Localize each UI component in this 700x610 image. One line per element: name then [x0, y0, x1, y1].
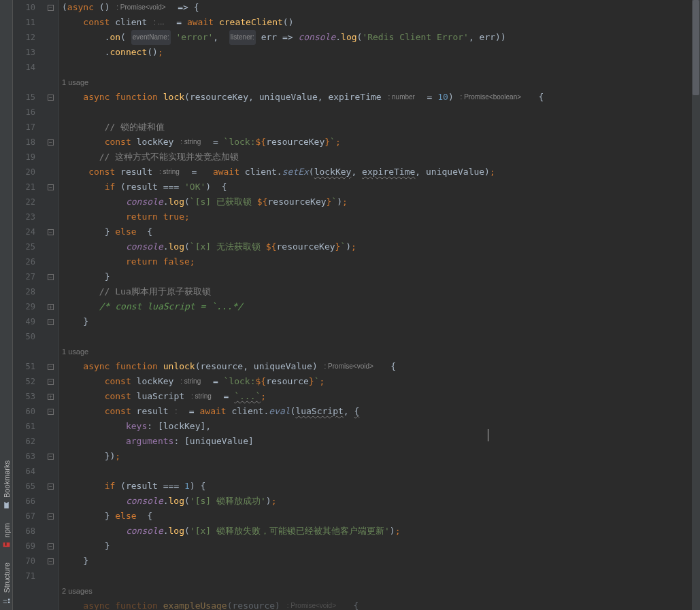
line-number[interactable]: 51	[13, 359, 35, 374]
fold-collapse-icon[interactable]	[48, 139, 54, 146]
line-number[interactable]: 13	[13, 45, 35, 60]
fold-collapse-icon[interactable]	[48, 364, 54, 370]
code-line[interactable]: async function unlock(resource, uniqueVa…	[59, 359, 692, 374]
code-line[interactable]	[59, 60, 692, 75]
code-line[interactable]: }	[59, 539, 692, 554]
code-line[interactable]: arguments: [uniqueValue]	[59, 434, 692, 449]
line-number[interactable]: 11	[13, 15, 35, 30]
tool-tab-structure[interactable]: Structure	[2, 562, 11, 605]
code-area[interactable]: (async () : Promise<void> => { const cli…	[59, 0, 692, 610]
line-number[interactable]: 16	[13, 105, 35, 120]
code-line[interactable]: console.log('[s] 锁释放成功');	[59, 494, 692, 509]
fold-collapse-icon[interactable]	[48, 229, 54, 235]
line-number[interactable]: 17	[13, 120, 35, 135]
code-line[interactable]: } else {	[59, 509, 692, 524]
fold-collapse-icon[interactable]	[48, 409, 54, 415]
code-line[interactable]: return false;	[59, 254, 692, 269]
line-number[interactable]: 62	[13, 434, 35, 449]
line-number[interactable]: 14	[13, 60, 35, 75]
code-line[interactable]: console.log('[x] 锁释放失败，可能锁已经被其他客户端更新');	[59, 524, 692, 539]
code-line[interactable]: // 这种方式不能实现并发竞态加锁	[59, 150, 692, 165]
code-line[interactable]: }	[59, 314, 692, 329]
line-number[interactable]: 18	[13, 135, 35, 150]
code-line[interactable]: async function lock(resourceKey, uniqueV…	[59, 90, 692, 105]
fold-collapse-icon[interactable]	[48, 5, 54, 11]
fold-expand-icon[interactable]	[48, 394, 54, 400]
code-line[interactable]: /* const luaScript = `...*/	[59, 299, 692, 314]
code-line[interactable]: return true;	[59, 209, 692, 224]
usage-hint[interactable]: 1 usage	[59, 75, 692, 90]
code-line[interactable]: const lockKey : string = `lock:${resourc…	[59, 135, 692, 150]
line-number[interactable]: 21	[13, 180, 35, 194]
code-line[interactable]	[59, 464, 692, 479]
code-line[interactable]: keys: [lockKey],	[59, 419, 692, 434]
code-line[interactable]: const luaScript : string = `...`;	[59, 389, 692, 404]
line-number[interactable]	[13, 344, 35, 359]
fold-collapse-icon[interactable]	[48, 319, 54, 325]
fold-collapse-icon[interactable]	[48, 184, 54, 190]
line-number[interactable]: 70	[13, 554, 35, 569]
line-number[interactable]: 67	[13, 509, 35, 524]
line-number[interactable]: 68	[13, 524, 35, 539]
code-line[interactable]: }	[59, 554, 692, 569]
code-line[interactable]: // Lua脚本用于原子获取锁	[59, 284, 692, 299]
code-line[interactable]: const result : string = await client.set…	[59, 165, 692, 180]
code-line[interactable]: async function exampleUsage(resource) : …	[59, 598, 692, 610]
usage-hint[interactable]: 2 usages	[59, 583, 692, 598]
tool-tab-bookmarks[interactable]: Bookmarks	[2, 460, 11, 509]
code-line[interactable]: // 锁的键和值	[59, 120, 692, 135]
code-line[interactable]: .on( eventName: 'error', listener: err =…	[59, 30, 692, 45]
line-number[interactable]: 50	[13, 329, 35, 344]
code-line[interactable]: .connect();	[59, 45, 692, 60]
line-number[interactable]: 15	[13, 90, 35, 105]
line-number[interactable]	[13, 598, 35, 610]
code-line[interactable]: });	[59, 449, 692, 464]
line-number[interactable]: 10	[13, 0, 35, 15]
usage-hint[interactable]: 1 usage	[59, 344, 692, 359]
line-number[interactable]: 53	[13, 389, 35, 404]
fold-collapse-icon[interactable]	[48, 379, 54, 385]
fold-collapse-icon[interactable]	[48, 558, 54, 564]
code-line[interactable]	[59, 569, 692, 583]
fold-collapse-icon[interactable]	[48, 513, 54, 520]
scrollbar-thumb[interactable]	[693, 0, 699, 95]
tool-tab-npm[interactable]: npm	[2, 523, 11, 549]
line-number[interactable]: 27	[13, 269, 35, 284]
fold-collapse-icon[interactable]	[48, 454, 54, 460]
line-number[interactable]: 66	[13, 494, 35, 509]
line-number[interactable]: 60	[13, 404, 35, 419]
line-number[interactable]: 65	[13, 479, 35, 494]
code-line[interactable]	[59, 329, 692, 344]
line-number[interactable]: 63	[13, 449, 35, 464]
code-line[interactable]: } else {	[59, 224, 692, 239]
line-number[interactable]: 19	[13, 150, 35, 165]
code-line[interactable]: const lockKey : string = `lock:${resourc…	[59, 374, 692, 389]
line-number[interactable]: 61	[13, 419, 35, 434]
line-number[interactable]: 29	[13, 299, 35, 314]
fold-collapse-icon[interactable]	[48, 543, 54, 549]
line-number[interactable]: 52	[13, 374, 35, 389]
code-line[interactable]: console.log(`[s] 已获取锁 ${resourceKey}`);	[59, 194, 692, 209]
code-line[interactable]: if (result === 1) {	[59, 479, 692, 494]
fold-expand-icon[interactable]	[48, 304, 54, 310]
code-line[interactable]: const result : = await client.eval(luaSc…	[59, 404, 692, 419]
line-number[interactable]: 26	[13, 254, 35, 269]
line-number[interactable]: 49	[13, 314, 35, 329]
fold-collapse-icon[interactable]	[48, 95, 54, 101]
fold-collapse-icon[interactable]	[48, 484, 54, 490]
line-number[interactable]: 25	[13, 239, 35, 254]
line-number[interactable]: 71	[13, 569, 35, 583]
line-number[interactable]: 23	[13, 209, 35, 224]
code-line[interactable]: (async () : Promise<void> => {	[59, 0, 692, 15]
line-number[interactable]	[13, 583, 35, 598]
line-number[interactable]: 12	[13, 30, 35, 45]
code-line[interactable]	[59, 105, 692, 120]
fold-collapse-icon[interactable]	[48, 274, 54, 280]
vertical-scrollbar[interactable]	[692, 0, 700, 610]
line-number[interactable]: 64	[13, 464, 35, 479]
line-number[interactable]: 22	[13, 194, 35, 209]
line-number[interactable]: 20	[13, 165, 35, 180]
code-line[interactable]: }	[59, 269, 692, 284]
line-number[interactable]: 69	[13, 539, 35, 554]
line-number[interactable]: 28	[13, 284, 35, 299]
